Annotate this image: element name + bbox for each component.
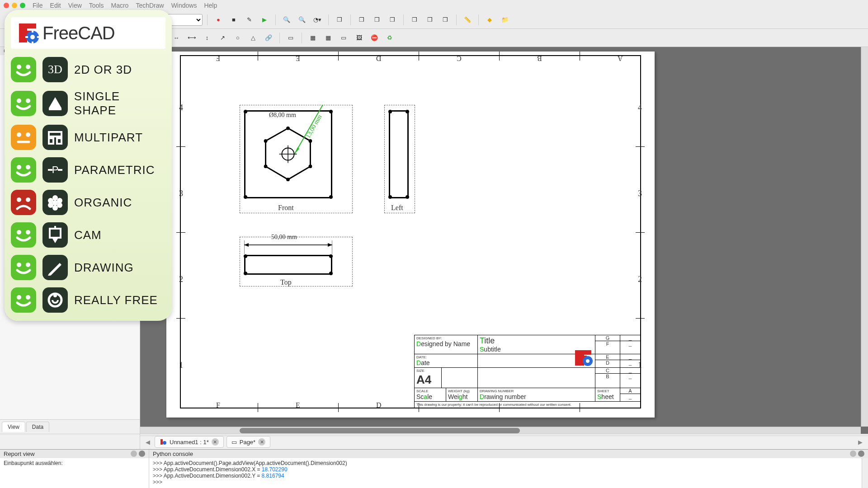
title-block: DESIGNED BY: Designed by Name Title Subt… (414, 335, 640, 408)
mood-face-icon (11, 91, 36, 116)
drawing-number-field[interactable]: Drawing number (480, 393, 526, 400)
menu-techdraw[interactable]: TechDraw (136, 2, 164, 9)
dim-link-icon[interactable]: 🔗 (262, 32, 275, 44)
group-icon[interactable]: 📁 (499, 14, 511, 26)
svg-point-65 (26, 263, 30, 267)
view-front-icon[interactable]: ❒ (355, 14, 368, 26)
insert-image-icon[interactable]: 🖼 (353, 32, 365, 44)
report-view-panel: Report view Einbaupunkt auswählen: (0, 450, 149, 488)
feature-label: DRAWING (74, 261, 134, 275)
svg-point-36 (26, 99, 30, 103)
insert-symbol-icon[interactable]: ▭ (337, 32, 350, 44)
page-icon: ▭ (231, 439, 237, 446)
python-console-body[interactable]: >>> App.activeDocument().Page.addView(Ap… (149, 458, 868, 488)
subtitle-field[interactable]: Subtitle (480, 346, 501, 353)
macro-play-icon[interactable]: ▶ (258, 14, 271, 26)
dim-width[interactable]: 50,00 mm (271, 234, 297, 241)
drawing-icon (42, 255, 68, 280)
panel-undock-icon[interactable] (131, 450, 137, 457)
svg-point-6 (309, 164, 312, 168)
svg-point-71 (53, 294, 57, 297)
svg-point-52 (52, 195, 58, 201)
zoom-fit-icon[interactable]: 🔍 (280, 14, 293, 26)
menu-windows[interactable]: Windows (171, 2, 197, 9)
doc-tab-page[interactable]: ▭ Page*✕ (226, 436, 270, 448)
menu-tools[interactable]: Tools (89, 2, 104, 9)
view-top-icon[interactable]: ❒ (371, 14, 383, 26)
minimize-window-button[interactable] (12, 3, 17, 8)
dim-horizontal-icon[interactable]: ⟷ (185, 32, 198, 44)
tab-next-icon[interactable]: ▶ (856, 438, 864, 446)
tab-data[interactable]: Data (26, 422, 49, 432)
view-iso-icon[interactable]: ❒ (333, 14, 346, 26)
dim-diameter-icon[interactable]: ○ (231, 32, 244, 44)
svg-point-34 (26, 65, 30, 69)
draw-style-icon[interactable]: ◔▾ (311, 14, 324, 26)
dim-radius-icon[interactable]: ↗ (216, 32, 229, 44)
svg-marker-14 (328, 243, 332, 247)
view-rear-icon[interactable]: ❒ (408, 14, 421, 26)
weight-field[interactable]: Weight (448, 393, 467, 400)
menu-help[interactable]: Help (204, 2, 217, 9)
macro-edit-icon[interactable]: ✎ (243, 14, 255, 26)
svg-point-64 (17, 263, 21, 267)
part-icon[interactable]: ◆ (483, 14, 496, 26)
export-svg-icon[interactable]: ▭ (284, 32, 297, 44)
menu-macro[interactable]: Macro (111, 2, 128, 9)
col-label: C (457, 54, 462, 62)
canvas-scrollbar-horizontal[interactable] (140, 427, 861, 434)
canvas-scrollbar-vertical[interactable] (861, 47, 868, 427)
freecad-doc-icon (160, 438, 167, 446)
menu-view[interactable]: View (68, 2, 82, 9)
canvas-area[interactable]: F E D C B A F E D 4 3 2 1 4 3 (140, 47, 868, 434)
shape-icon (42, 91, 68, 116)
macro-stop-icon[interactable]: ■ (227, 14, 240, 26)
feature-label: SINGLE SHAPE (74, 89, 165, 117)
scale-field[interactable]: Scale (416, 393, 432, 400)
svg-rect-43 (49, 138, 53, 144)
python-scrollbar[interactable] (862, 458, 868, 488)
panel-undock-icon[interactable] (850, 450, 856, 457)
close-window-button[interactable] (4, 3, 9, 8)
tab-prev-icon[interactable]: ◀ (144, 438, 152, 446)
dim-vertical-icon[interactable]: ↕ (201, 32, 213, 44)
report-view-body[interactable]: Einbaupunkt auswählen: (0, 458, 149, 488)
col-label: F (216, 401, 220, 409)
scale-label: SCALE (416, 389, 444, 393)
measure-icon[interactable]: 📏 (461, 14, 474, 26)
dim-angle-icon[interactable]: △ (247, 32, 259, 44)
sheet-field[interactable]: Sheet (597, 393, 614, 400)
view-right-icon[interactable]: ❒ (386, 14, 399, 26)
title-field[interactable]: Title (480, 336, 495, 345)
tab-view[interactable]: View (2, 422, 25, 432)
designed-by-field[interactable]: Designed by Name (416, 340, 470, 347)
close-tab-icon[interactable]: ✕ (212, 438, 219, 446)
view-left-icon[interactable]: ❒ (439, 14, 452, 26)
hatch-icon[interactable]: ▦ (307, 32, 319, 44)
hatch-geom-icon[interactable]: ▦ (322, 32, 335, 44)
row-label: 2 (638, 275, 642, 284)
panel-close-icon[interactable] (139, 450, 145, 457)
zoom-in-icon[interactable]: 🔍 (296, 14, 308, 26)
svg-rect-42 (49, 132, 61, 136)
macro-record-icon[interactable]: ● (212, 14, 225, 26)
close-tab-icon[interactable]: ✕ (258, 438, 265, 446)
zoom-window-button[interactable] (20, 3, 25, 8)
python-line: >>> App.ActiveDocument.Dimension002.Y = … (153, 473, 864, 479)
toggle-frame-icon[interactable]: ⛔ (368, 32, 381, 44)
dim-length-icon[interactable]: ↔ (170, 32, 183, 44)
panel-close-icon[interactable] (858, 450, 864, 457)
feature-row-cam: CAM (11, 222, 165, 248)
doc-tab-model[interactable]: Unnamed1 : 1*✕ (155, 436, 224, 448)
view-bottom-icon[interactable]: ❒ (424, 14, 436, 26)
feature-row-organic: ORGANIC (11, 190, 165, 215)
menu-edit[interactable]: Edit (50, 2, 61, 9)
menu-file[interactable]: File (33, 2, 43, 9)
dim-diameter[interactable]: Ø8,00 mm (269, 112, 296, 119)
redraw-icon[interactable]: ♻ (383, 32, 396, 44)
view-top[interactable] (244, 255, 332, 275)
organic-icon (42, 190, 68, 215)
date-field[interactable]: Date (416, 359, 430, 366)
view-left[interactable] (389, 110, 409, 198)
svg-marker-11 (295, 147, 299, 154)
